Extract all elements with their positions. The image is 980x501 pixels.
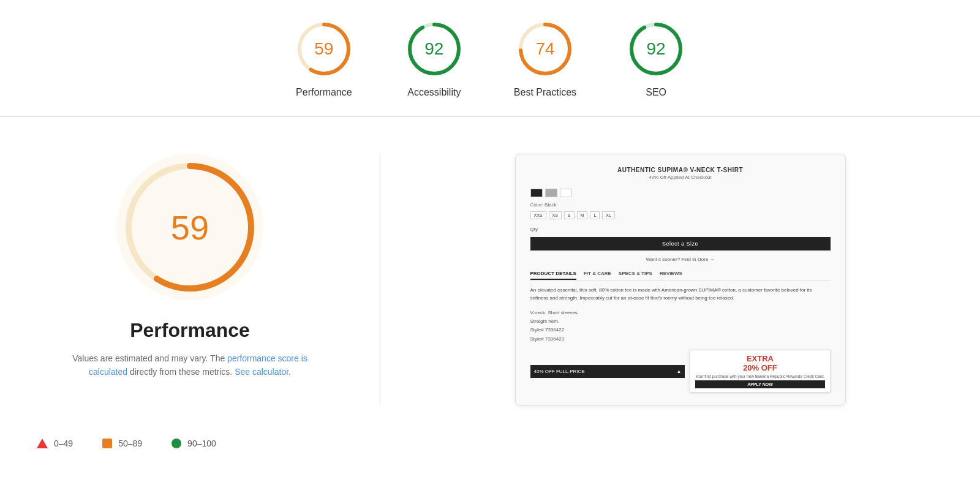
swatch-white bbox=[560, 189, 572, 197]
find-store-text: Want it sooner? Find in store → bbox=[530, 257, 831, 262]
promo-banner: 40% OFF FULL-PRICE ▲ bbox=[530, 365, 685, 378]
size-xl[interactable]: XL bbox=[602, 211, 615, 219]
left-panel: 59 Performance Values are estimated and … bbox=[37, 154, 343, 379]
screenshot-frame: AUTHENTIC SUPIMA® V-NECK T-SHIRT 40% Off… bbox=[515, 154, 846, 405]
section-divider bbox=[0, 116, 980, 117]
detail-item-4: Style# 7336423 bbox=[530, 335, 831, 344]
screenshot-content: AUTHENTIC SUPIMA® V-NECK T-SHIRT 40% Off… bbox=[516, 154, 845, 405]
detail-description: Values are estimated and may vary. The p… bbox=[61, 352, 318, 379]
product-tabs: PRODUCT DETAILS FIT & CARE SPECS & TIPS … bbox=[530, 271, 831, 281]
promo-row: 40% OFF FULL-PRICE ▲ EXTRA20% OFF Your f… bbox=[530, 350, 831, 393]
apply-now-button[interactable]: APPLY NOW bbox=[695, 380, 824, 388]
legend-section: 0–49 50–89 90–100 bbox=[0, 424, 980, 463]
color-label: Color: Black bbox=[530, 202, 831, 208]
legend-item-low: 0–49 bbox=[37, 439, 73, 448]
size-xs[interactable]: XS bbox=[549, 211, 562, 219]
legend-range-low: 0–49 bbox=[54, 439, 73, 448]
score-item-accessibility: 92 Accessibility bbox=[404, 18, 465, 98]
triangle-icon bbox=[37, 439, 48, 448]
select-size-button[interactable]: Select a Size bbox=[530, 237, 831, 250]
detail-item-2: Straight hem. bbox=[530, 317, 831, 326]
promo-arrow: ▲ bbox=[676, 369, 681, 374]
score-item-best-practices: 74 Best Practices bbox=[514, 18, 576, 98]
right-panel: AUTHENTIC SUPIMA® V-NECK T-SHIRT 40% Off… bbox=[417, 154, 943, 405]
score-number-performance: 59 bbox=[314, 39, 333, 59]
tab-fit-care[interactable]: FIT & CARE bbox=[584, 271, 611, 280]
extra-pct: EXTRA20% OFF bbox=[695, 354, 824, 372]
tab-reviews[interactable]: REVIEWS bbox=[660, 271, 682, 280]
tab-specs[interactable]: SPECS & TIPS bbox=[619, 271, 652, 280]
score-label-best-practices: Best Practices bbox=[514, 87, 576, 98]
large-gauge: 59 bbox=[116, 154, 263, 301]
detail-item-1: V-neck. Short sleeves. bbox=[530, 309, 831, 317]
score-circle-best-practices: 74 bbox=[514, 18, 576, 80]
circle-icon bbox=[172, 439, 181, 448]
score-number-seo: 92 bbox=[647, 39, 666, 59]
legend-range-medium: 50–89 bbox=[118, 439, 142, 448]
product-title: AUTHENTIC SUPIMA® V-NECK T-SHIRT bbox=[530, 167, 831, 173]
legend-item-medium: 50–89 bbox=[102, 439, 142, 448]
swatch-black bbox=[530, 189, 543, 197]
main-content: 59 Performance Values are estimated and … bbox=[0, 141, 980, 418]
qty-label: Qty bbox=[530, 227, 831, 232]
extra-badge: EXTRA20% OFF Your first purchase with yo… bbox=[690, 350, 830, 393]
square-icon bbox=[102, 439, 112, 448]
size-options: XXS XS S M L XL bbox=[530, 211, 831, 219]
legend-item-high: 90–100 bbox=[172, 439, 216, 448]
score-number-accessibility: 92 bbox=[424, 39, 443, 59]
desc-middle: directly from these metrics. bbox=[127, 367, 235, 377]
detail-item-3: Style# 7336422 bbox=[530, 326, 831, 334]
product-description: An elevated essential, this soft, 80% co… bbox=[530, 287, 831, 303]
vertical-divider bbox=[380, 154, 380, 405]
promo-text: 40% OFF FULL-PRICE bbox=[534, 369, 585, 374]
score-number-best-practices: 74 bbox=[535, 39, 554, 59]
detail-title: Performance bbox=[130, 319, 250, 342]
score-label-accessibility: Accessibility bbox=[407, 87, 461, 98]
size-l[interactable]: L bbox=[590, 211, 600, 219]
legend-range-high: 90–100 bbox=[187, 439, 216, 448]
score-circle-accessibility: 92 bbox=[404, 18, 465, 80]
large-score-number: 59 bbox=[171, 208, 209, 247]
desc-prefix: Values are estimated and may vary. The bbox=[72, 353, 227, 363]
extra-badge-sub: Your first purchase with your new Banana… bbox=[695, 374, 824, 379]
product-subtitle: 40% Off Applied At Checkout bbox=[530, 175, 831, 180]
size-xxs[interactable]: XXS bbox=[530, 211, 546, 219]
scores-section: 59 Performance 92 Accessibility 74 Best … bbox=[0, 0, 980, 116]
score-item-performance: 59 Performance bbox=[293, 18, 355, 98]
size-m[interactable]: M bbox=[577, 211, 588, 219]
size-s[interactable]: S bbox=[564, 211, 575, 219]
see-calculator-link[interactable]: See calculator bbox=[235, 367, 288, 377]
score-circle-performance: 59 bbox=[293, 18, 355, 80]
score-circle-seo: 92 bbox=[625, 18, 687, 80]
score-item-seo: 92 SEO bbox=[625, 18, 687, 98]
score-label-performance: Performance bbox=[296, 87, 352, 98]
desc-suffix: . bbox=[288, 367, 291, 377]
swatch-gray bbox=[545, 189, 557, 197]
color-swatches bbox=[530, 189, 831, 197]
product-details-list: V-neck. Short sleeves. Straight hem. Sty… bbox=[530, 309, 831, 344]
score-label-seo: SEO bbox=[646, 87, 666, 98]
tab-product-details[interactable]: PRODUCT DETAILS bbox=[530, 271, 576, 280]
